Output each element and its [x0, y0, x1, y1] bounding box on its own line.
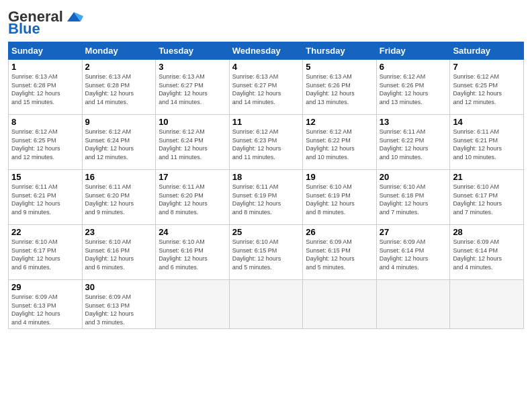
- day-number: 10: [159, 117, 226, 127]
- logo-text-blue: Blue: [8, 21, 40, 36]
- calendar-cell: 6Sunrise: 6:12 AM Sunset: 6:26 PM Daylig…: [376, 60, 450, 115]
- day-info: Sunrise: 6:12 AM Sunset: 6:24 PM Dayligh…: [85, 128, 153, 161]
- calendar-cell: 19Sunrise: 6:10 AM Sunset: 6:19 PM Dayli…: [303, 170, 377, 225]
- calendar-cell: 25Sunrise: 6:10 AM Sunset: 6:15 PM Dayli…: [229, 225, 303, 280]
- calendar-cell: [229, 280, 303, 329]
- calendar-cell: 21Sunrise: 6:10 AM Sunset: 6:17 PM Dayli…: [450, 170, 524, 225]
- day-info: Sunrise: 6:13 AM Sunset: 6:27 PM Dayligh…: [159, 73, 226, 106]
- day-info: Sunrise: 6:12 AM Sunset: 6:25 PM Dayligh…: [453, 73, 521, 106]
- day-header-saturday: Saturday: [450, 42, 524, 60]
- day-info: Sunrise: 6:13 AM Sunset: 6:26 PM Dayligh…: [306, 73, 373, 106]
- day-number: 5: [306, 62, 373, 72]
- calendar-cell: 8Sunrise: 6:12 AM Sunset: 6:25 PM Daylig…: [9, 115, 83, 170]
- day-info: Sunrise: 6:11 AM Sunset: 6:19 PM Dayligh…: [232, 183, 300, 216]
- day-info: Sunrise: 6:11 AM Sunset: 6:20 PM Dayligh…: [159, 183, 226, 216]
- day-number: 9: [85, 117, 153, 127]
- calendar-cell: 27Sunrise: 6:09 AM Sunset: 6:14 PM Dayli…: [376, 225, 450, 280]
- calendar-cell: 29Sunrise: 6:09 AM Sunset: 6:13 PM Dayli…: [9, 280, 83, 329]
- day-info: Sunrise: 6:12 AM Sunset: 6:25 PM Dayligh…: [11, 128, 79, 161]
- day-number: 13: [380, 117, 447, 127]
- day-info: Sunrise: 6:10 AM Sunset: 6:19 PM Dayligh…: [306, 183, 373, 216]
- calendar-cell: 11Sunrise: 6:12 AM Sunset: 6:23 PM Dayli…: [229, 115, 303, 170]
- day-info: Sunrise: 6:10 AM Sunset: 6:15 PM Dayligh…: [232, 238, 300, 271]
- calendar-cell: 17Sunrise: 6:11 AM Sunset: 6:20 PM Dayli…: [156, 170, 230, 225]
- day-header-sunday: Sunday: [9, 42, 83, 60]
- day-number: 27: [380, 227, 447, 237]
- day-info: Sunrise: 6:10 AM Sunset: 6:17 PM Dayligh…: [453, 183, 521, 216]
- day-number: 28: [453, 227, 521, 237]
- day-header-tuesday: Tuesday: [156, 42, 230, 60]
- calendar-cell: 22Sunrise: 6:10 AM Sunset: 6:17 PM Dayli…: [9, 225, 83, 280]
- day-number: 3: [159, 62, 226, 72]
- day-number: 7: [453, 62, 521, 72]
- day-info: Sunrise: 6:09 AM Sunset: 6:14 PM Dayligh…: [380, 238, 447, 271]
- day-header-wednesday: Wednesday: [229, 42, 303, 60]
- day-info: Sunrise: 6:09 AM Sunset: 6:14 PM Dayligh…: [453, 238, 521, 271]
- day-info: Sunrise: 6:10 AM Sunset: 6:16 PM Dayligh…: [85, 238, 153, 271]
- day-number: 25: [232, 227, 300, 237]
- calendar-week-2: 8Sunrise: 6:12 AM Sunset: 6:25 PM Daylig…: [9, 115, 524, 170]
- day-info: Sunrise: 6:10 AM Sunset: 6:17 PM Dayligh…: [11, 238, 79, 271]
- calendar-week-3: 15Sunrise: 6:11 AM Sunset: 6:21 PM Dayli…: [9, 170, 524, 225]
- day-info: Sunrise: 6:11 AM Sunset: 6:21 PM Dayligh…: [453, 128, 521, 161]
- logo-icon: [64, 9, 83, 24]
- day-info: Sunrise: 6:11 AM Sunset: 6:20 PM Dayligh…: [85, 183, 153, 216]
- day-info: Sunrise: 6:13 AM Sunset: 6:27 PM Dayligh…: [232, 73, 300, 106]
- calendar-cell: [303, 280, 377, 329]
- day-number: 15: [11, 172, 79, 182]
- day-number: 6: [380, 62, 447, 72]
- page-container: General Blue SundayMondayTuesdayWednesda…: [0, 0, 532, 336]
- calendar-cell: 30Sunrise: 6:09 AM Sunset: 6:13 PM Dayli…: [82, 280, 156, 329]
- calendar-cell: 7Sunrise: 6:12 AM Sunset: 6:25 PM Daylig…: [450, 60, 524, 115]
- calendar-cell: 23Sunrise: 6:10 AM Sunset: 6:16 PM Dayli…: [82, 225, 156, 280]
- day-info: Sunrise: 6:12 AM Sunset: 6:24 PM Dayligh…: [159, 128, 226, 161]
- day-number: 2: [85, 62, 153, 72]
- calendar-cell: [156, 280, 230, 329]
- day-info: Sunrise: 6:10 AM Sunset: 6:16 PM Dayligh…: [159, 238, 226, 271]
- calendar-cell: 12Sunrise: 6:12 AM Sunset: 6:22 PM Dayli…: [303, 115, 377, 170]
- day-header-thursday: Thursday: [303, 42, 377, 60]
- calendar-cell: 15Sunrise: 6:11 AM Sunset: 6:21 PM Dayli…: [9, 170, 83, 225]
- day-info: Sunrise: 6:12 AM Sunset: 6:23 PM Dayligh…: [232, 128, 300, 161]
- day-number: 24: [159, 227, 226, 237]
- day-info: Sunrise: 6:12 AM Sunset: 6:22 PM Dayligh…: [306, 128, 373, 161]
- calendar-cell: 10Sunrise: 6:12 AM Sunset: 6:24 PM Dayli…: [156, 115, 230, 170]
- day-number: 8: [11, 117, 79, 127]
- day-number: 20: [380, 172, 447, 182]
- day-info: Sunrise: 6:11 AM Sunset: 6:21 PM Dayligh…: [11, 183, 79, 216]
- calendar-cell: [450, 280, 524, 329]
- day-info: Sunrise: 6:09 AM Sunset: 6:15 PM Dayligh…: [306, 238, 373, 271]
- calendar-cell: 20Sunrise: 6:10 AM Sunset: 6:18 PM Dayli…: [376, 170, 450, 225]
- calendar-week-1: 1Sunrise: 6:13 AM Sunset: 6:28 PM Daylig…: [9, 60, 524, 115]
- day-number: 18: [232, 172, 300, 182]
- calendar-table: SundayMondayTuesdayWednesdayThursdayFrid…: [8, 42, 524, 329]
- logo: General Blue: [8, 9, 83, 36]
- day-number: 29: [11, 282, 79, 292]
- day-number: 12: [306, 117, 373, 127]
- calendar-cell: 28Sunrise: 6:09 AM Sunset: 6:14 PM Dayli…: [450, 225, 524, 280]
- day-number: 23: [85, 227, 153, 237]
- day-number: 11: [232, 117, 300, 127]
- day-header-friday: Friday: [376, 42, 450, 60]
- day-info: Sunrise: 6:09 AM Sunset: 6:13 PM Dayligh…: [85, 293, 153, 326]
- day-info: Sunrise: 6:13 AM Sunset: 6:28 PM Dayligh…: [11, 73, 79, 106]
- calendar-cell: 16Sunrise: 6:11 AM Sunset: 6:20 PM Dayli…: [82, 170, 156, 225]
- calendar-cell: 13Sunrise: 6:11 AM Sunset: 6:22 PM Dayli…: [376, 115, 450, 170]
- calendar-cell: 14Sunrise: 6:11 AM Sunset: 6:21 PM Dayli…: [450, 115, 524, 170]
- day-number: 30: [85, 282, 153, 292]
- day-number: 21: [453, 172, 521, 182]
- calendar-header-row: SundayMondayTuesdayWednesdayThursdayFrid…: [9, 42, 524, 60]
- calendar-week-4: 22Sunrise: 6:10 AM Sunset: 6:17 PM Dayli…: [9, 225, 524, 280]
- day-number: 14: [453, 117, 521, 127]
- calendar-cell: 24Sunrise: 6:10 AM Sunset: 6:16 PM Dayli…: [156, 225, 230, 280]
- day-number: 16: [85, 172, 153, 182]
- calendar-cell: 4Sunrise: 6:13 AM Sunset: 6:27 PM Daylig…: [229, 60, 303, 115]
- header: General Blue: [8, 7, 524, 36]
- calendar-cell: 9Sunrise: 6:12 AM Sunset: 6:24 PM Daylig…: [82, 115, 156, 170]
- calendar-cell: 2Sunrise: 6:13 AM Sunset: 6:28 PM Daylig…: [82, 60, 156, 115]
- day-number: 17: [159, 172, 226, 182]
- day-number: 1: [11, 62, 79, 72]
- calendar-cell: 5Sunrise: 6:13 AM Sunset: 6:26 PM Daylig…: [303, 60, 377, 115]
- calendar-cell: 26Sunrise: 6:09 AM Sunset: 6:15 PM Dayli…: [303, 225, 377, 280]
- calendar-cell: 3Sunrise: 6:13 AM Sunset: 6:27 PM Daylig…: [156, 60, 230, 115]
